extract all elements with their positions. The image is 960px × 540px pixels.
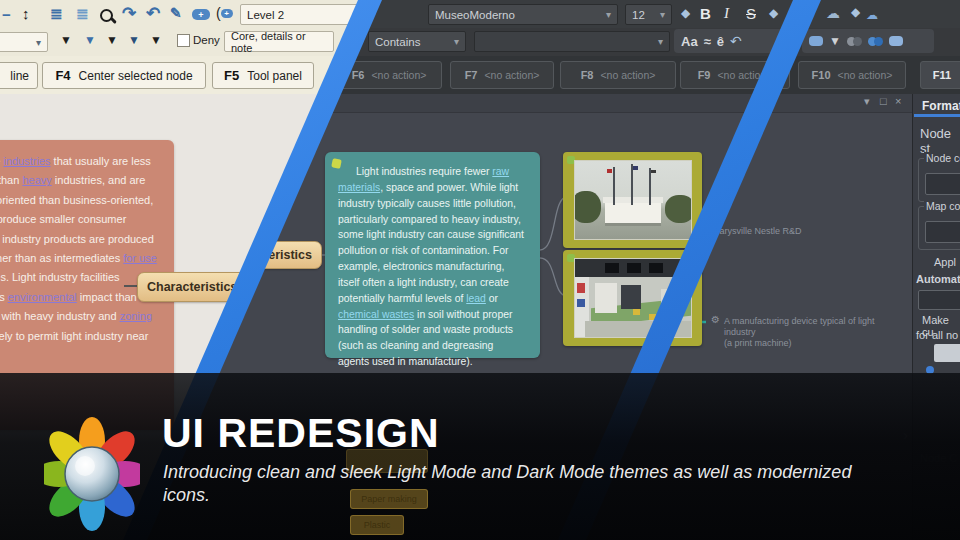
- map-node-label-nestle[interactable]: Marysville Nestle R&D: [712, 226, 802, 237]
- filter-funnel-icon-2[interactable]: ▼: [84, 33, 96, 47]
- automatic-layout-combo[interactable]: [918, 290, 960, 310]
- group-legend: Node co: [924, 152, 960, 164]
- search-icon[interactable]: [100, 9, 113, 22]
- note-link[interactable]: zoning: [120, 310, 152, 322]
- undo-icon[interactable]: ↶: [146, 5, 160, 22]
- note-link[interactable]: lead: [466, 293, 486, 304]
- fkey-action: Tool panel: [247, 69, 302, 83]
- outline-filled-icon[interactable]: ≣: [50, 6, 63, 21]
- image-node-nestle[interactable]: [563, 152, 702, 248]
- note-link[interactable]: heavy: [22, 174, 51, 186]
- dim-map-node-plastic: Plastic: [350, 515, 404, 535]
- panel-automatic-label: Automati: [916, 273, 960, 285]
- note-link[interactable]: industries: [3, 155, 50, 167]
- group-legend: Map co: [924, 200, 960, 212]
- for-all-nodes-label: for all no: [916, 329, 958, 341]
- deny-checkbox[interactable]: [177, 34, 190, 47]
- photo-nestle-building: [575, 161, 691, 239]
- fkey-f5-button[interactable]: F5 Tool panel: [212, 62, 314, 89]
- outline-hollow-icon[interactable]: ≣: [76, 6, 89, 21]
- freeplane-logo: [44, 413, 140, 535]
- map-node-label-device[interactable]: A manufacturing device typical of light …: [724, 316, 889, 349]
- banner-title: UI REDESIGN: [162, 413, 440, 454]
- banner-subtitle: Introducing clean and sleek Light Mode a…: [163, 461, 868, 508]
- fkey-label: F4: [55, 68, 70, 83]
- add-sibling-node-icon[interactable]: +: [192, 9, 210, 20]
- filter-funnel-icon-3[interactable]: ▼: [106, 33, 118, 47]
- filter-funnel-icon-5[interactable]: ▼: [150, 33, 162, 47]
- note-link[interactable]: environmental: [8, 291, 77, 303]
- note-text: Light industries require fewer raw mater…: [338, 164, 527, 370]
- promo-banner: Paper making Plastic: [0, 373, 960, 540]
- apply-button[interactable]: Appl: [934, 256, 956, 268]
- fkey-f4-button[interactable]: F4 Center selected node: [42, 62, 206, 89]
- edge-combo[interactable]: ▾: [0, 32, 48, 52]
- filter-funnel-icon-1[interactable]: ▼: [60, 33, 72, 47]
- deny-label: Deny: [193, 34, 220, 46]
- map-note-node-dark[interactable]: Light industries require fewer raw mater…: [325, 152, 540, 358]
- chevron-down-icon: ▾: [36, 37, 41, 48]
- filter-scope-value: Core, details or note: [231, 30, 327, 54]
- expand-collapse-icon[interactable]: ↕: [22, 6, 30, 21]
- node-leaf-icon: [567, 156, 575, 164]
- pen-arrow-icon[interactable]: ✎: [170, 6, 182, 20]
- fkey-action: Center selected node: [79, 69, 193, 83]
- active-tab-underline: [914, 114, 960, 117]
- app-screenshot: MuseoModerno ▾ 12 ▾ ◆ B I S ◆ ☁ ◆ ☁ Cont…: [0, 0, 960, 540]
- node-color-input[interactable]: [925, 173, 960, 195]
- node-text: Characteristics: [147, 280, 237, 294]
- fkey-label: F5: [224, 68, 239, 83]
- node-leaf-icon: [567, 254, 575, 262]
- add-child-node-icon[interactable]: (+: [216, 5, 233, 21]
- custom-style-input[interactable]: [934, 344, 960, 362]
- gear-icon: ⚙: [711, 314, 720, 325]
- style-level-value: Level 2: [247, 9, 284, 21]
- tab-format[interactable]: Format: [922, 99, 960, 113]
- filter-funnel-icon-4[interactable]: ▼: [128, 33, 140, 47]
- node-connector: [124, 285, 138, 287]
- panel-map-color-group: Map co: [918, 206, 960, 250]
- node-width-icon[interactable]: −: [2, 7, 11, 22]
- note-link[interactable]: chemical wastes: [338, 309, 414, 320]
- map-color-input[interactable]: [925, 221, 960, 243]
- redo-icon[interactable]: ↷: [122, 5, 136, 22]
- fkey-action: line: [10, 69, 29, 83]
- fkey-partial-button[interactable]: line: [0, 62, 38, 89]
- panel-node-color-group: Node co: [918, 158, 960, 202]
- note-leaf-icon: [331, 158, 342, 169]
- filter-scope-combo[interactable]: Core, details or note: [224, 31, 334, 52]
